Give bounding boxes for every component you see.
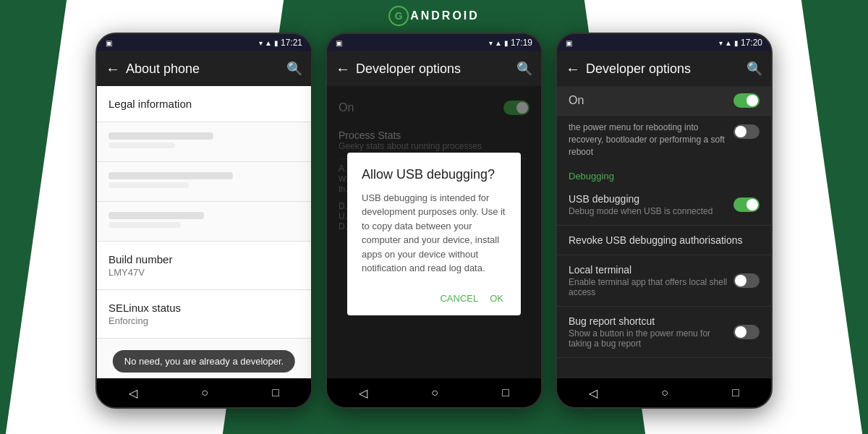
- phone2-home-nav[interactable]: ○: [431, 386, 438, 399]
- local-terminal-item3[interactable]: Local terminal Enable terminal app that …: [557, 255, 771, 307]
- phone1-status-bar: ▣ ▾ ▲ ▮ 17:21: [97, 34, 311, 51]
- revoke-usb-item3[interactable]: Revoke USB debugging authorisations: [557, 226, 771, 255]
- dialog-overlay: Allow USB debugging? USB debugging is in…: [327, 86, 541, 381]
- local-terminal-toggle3[interactable]: [733, 273, 760, 288]
- blurred-item-1: [97, 122, 311, 162]
- phone3-recents-nav[interactable]: □: [732, 386, 739, 399]
- phone3-home-nav[interactable]: ○: [661, 386, 668, 399]
- phone3-status-bar: ▣ ▾ ▲ ▮ 17:20: [557, 34, 771, 51]
- phone1-back-button[interactable]: ←: [106, 61, 120, 77]
- phone1-app-bar: ← About phone 🔍: [97, 51, 311, 86]
- phone1-wifi-icon: ▾: [259, 39, 263, 47]
- phone3-wifi-icon: ▾: [719, 39, 723, 47]
- usb-debug-title: USB debugging: [569, 193, 712, 205]
- phone2-wifi-icon: ▾: [489, 39, 493, 47]
- phone3-battery-icon: ▮: [734, 39, 739, 47]
- usb-debug-sub: Debug mode when USB is connected: [569, 206, 712, 216]
- phone2-back-button[interactable]: ←: [336, 61, 350, 77]
- phone2-signal-icon: ▲: [495, 39, 502, 47]
- phone3-content: On the power menu for rebooting into rec…: [557, 86, 771, 381]
- phone2-title: Developer options: [356, 61, 511, 77]
- phone1-signal-icon: ▲: [265, 39, 272, 47]
- usb-debugging-item[interactable]: USB debugging Debug mode when USB is con…: [557, 184, 771, 226]
- phone-2: ▣ ▾ ▲ ▮ 17:19 ← Developer options 🔍 On: [326, 33, 542, 409]
- phone1-nav-bar: ◁ ○ □: [97, 378, 311, 407]
- phone2-content: On Process Stats Geeky stats about runni…: [327, 86, 541, 381]
- blurred-item-2: [97, 162, 311, 202]
- phone3-reboot-sub: the power menu for rebooting into recove…: [557, 116, 771, 163]
- build-number-item[interactable]: Build number LMY47V: [97, 242, 311, 290]
- phone1-search-icon[interactable]: 🔍: [286, 61, 302, 77]
- phone1-notification-icon: ▣: [106, 39, 112, 47]
- phone3-title: Developer options: [586, 61, 741, 77]
- phone2-time: 17:19: [511, 38, 532, 48]
- phone-3: ▣ ▾ ▲ ▮ 17:20 ← Developer options 🔍 On: [556, 33, 773, 409]
- blurred-item-3: [97, 202, 311, 242]
- build-number-title: Build number: [109, 253, 299, 265]
- bug-report-toggle[interactable]: [733, 325, 760, 339]
- bug-report-sub: Show a button in the power menu for taki…: [569, 328, 733, 349]
- phone1-content: Legal information Build number LMY47V SE…: [97, 86, 311, 381]
- phone3-search-icon[interactable]: 🔍: [746, 61, 762, 77]
- phone2-app-bar: ← Developer options 🔍: [327, 51, 541, 86]
- phone2-nav-bar: ◁ ○ □: [327, 378, 541, 407]
- phone2-status-bar: ▣ ▾ ▲ ▮ 17:19: [327, 34, 541, 51]
- phone2-back-nav[interactable]: ◁: [359, 386, 367, 400]
- phone3-app-bar: ← Developer options 🔍: [557, 51, 771, 86]
- phone3-status-left: ▣: [566, 39, 572, 47]
- phone1-status-left: ▣: [106, 39, 112, 47]
- dialog-actions: CANCEL OK: [362, 287, 506, 310]
- local-terminal-title3: Local terminal: [569, 264, 733, 276]
- phone3-reboot-toggle[interactable]: [733, 124, 760, 139]
- legal-info-title: Legal information: [109, 98, 299, 110]
- phone-1: ▣ ▾ ▲ ▮ 17:21 ← About phone 🔍 Legal info…: [95, 33, 312, 409]
- phone1-status-right: ▾ ▲ ▮ 17:21: [259, 38, 302, 48]
- phone2-search-icon[interactable]: 🔍: [516, 61, 532, 77]
- usb-debug-dialog: Allow USB debugging? USB debugging is in…: [347, 153, 521, 315]
- dialog-title: Allow USB debugging?: [362, 167, 506, 182]
- build-number-value: LMY47V: [109, 267, 299, 278]
- ok-button[interactable]: OK: [487, 287, 506, 310]
- phone1-back-nav[interactable]: ◁: [129, 386, 137, 400]
- phone3-time: 17:20: [741, 38, 762, 48]
- phone3-notification-icon: ▣: [566, 39, 572, 47]
- phone3-signal-icon: ▲: [725, 39, 732, 47]
- local-terminal-sub3: Enable terminal app that offers local sh…: [569, 277, 733, 297]
- phone3-on-toggle[interactable]: [733, 93, 760, 108]
- phone2-notification-icon: ▣: [336, 39, 342, 47]
- selinux-value: Enforcing: [109, 315, 299, 326]
- selinux-title: SELinux status: [109, 302, 299, 314]
- phone3-back-nav[interactable]: ◁: [589, 386, 597, 400]
- phone1-battery-icon: ▮: [274, 39, 278, 47]
- dialog-body: USB debugging is intended for developmen…: [362, 191, 506, 276]
- phone1-home-nav[interactable]: ○: [201, 386, 208, 399]
- logo-icon: G: [388, 6, 409, 26]
- developer-toast: No need, you are already a developer.: [113, 350, 295, 373]
- phone3-back-button[interactable]: ←: [566, 61, 580, 77]
- phone2-status-left: ▣: [336, 39, 342, 47]
- phones-container: ▣ ▾ ▲ ▮ 17:21 ← About phone 🔍 Legal info…: [0, 33, 868, 409]
- phone2-battery-icon: ▮: [504, 39, 509, 47]
- revoke-usb-title: Revoke USB debugging authorisations: [569, 234, 760, 246]
- legal-info-item[interactable]: Legal information: [97, 86, 311, 122]
- phone1-time: 17:21: [281, 38, 302, 48]
- phone2-local-terminal: Local terminal Enable terminal app that …: [327, 407, 541, 409]
- bug-report-title: Bug report shortcut: [569, 315, 733, 327]
- phone2-status-right: ▾ ▲ ▮ 17:19: [489, 38, 532, 48]
- phone3-on-bar: On: [557, 86, 771, 116]
- selinux-item[interactable]: SELinux status Enforcing: [97, 290, 311, 339]
- bug-report-item[interactable]: Bug report shortcut Show a button in the…: [557, 307, 771, 358]
- cancel-button[interactable]: CANCEL: [437, 287, 481, 310]
- debugging-section-label: Debugging: [557, 163, 771, 184]
- phone3-reboot-text: the power menu for rebooting into recove…: [569, 122, 728, 158]
- logo: G ANDROID: [388, 6, 480, 26]
- phone3-nav-bar: ◁ ○ □: [557, 378, 771, 407]
- phone3-on-label: On: [569, 94, 584, 107]
- phone2-recents-nav[interactable]: □: [502, 386, 509, 399]
- phone1-title: About phone: [126, 61, 281, 77]
- usb-debug-toggle[interactable]: [733, 197, 760, 212]
- phone3-status-right: ▾ ▲ ▮ 17:20: [719, 38, 762, 48]
- logo-text: ANDROID: [410, 9, 480, 22]
- phone1-recents-nav[interactable]: □: [272, 386, 279, 399]
